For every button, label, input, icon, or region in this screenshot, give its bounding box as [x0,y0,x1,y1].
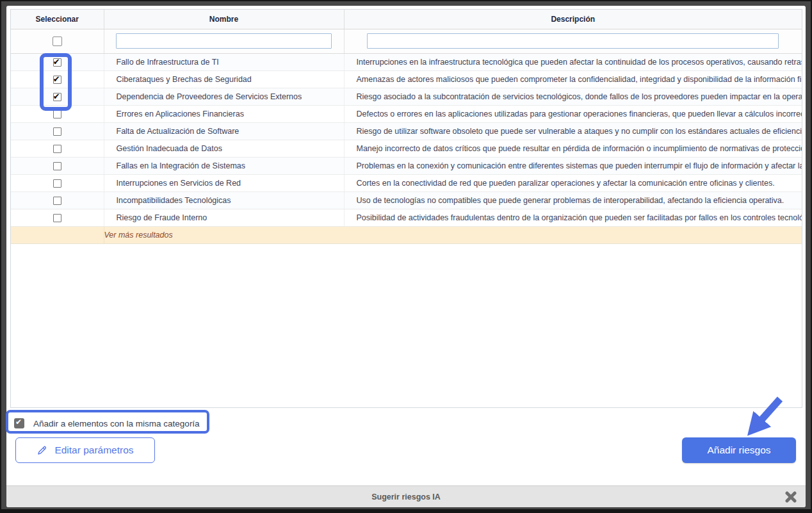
risk-name: Ciberataques y Brechas de Seguridad [104,70,344,88]
risk-name: Errores en Aplicaciones Financieras [104,105,344,122]
table-row[interactable]: Ciberataques y Brechas de Seguridad Amen… [11,70,802,88]
add-risks-button[interactable]: Añadir riesgos [682,437,796,463]
risk-description: Manejo incorrecto de datos críticos que … [344,140,802,157]
row-checkbox[interactable] [53,93,61,101]
row-checkbox[interactable] [53,58,61,67]
risk-description: Posibilidad de actividades fraudulentas … [344,209,802,226]
dialog-content: Seleccionar Nombre Descripción Fallo de … [6,6,806,507]
same-category-option[interactable]: Añadir a elementos con la misma categorí… [14,416,200,431]
table-row[interactable]: Interrupciones en Servicios de Red Corte… [11,174,802,191]
table-header-row: Seleccionar Nombre Descripción [11,10,802,29]
table-row[interactable]: Incompatibilidades Tecnológicas Uso de t… [11,191,802,209]
risk-description: Uso de tecnologías no compatibles que pu… [344,191,802,209]
same-category-label: Añadir a elementos con la misma categorí… [33,419,200,428]
risk-name: Gestión Inadecuada de Datos [104,140,344,157]
row-checkbox[interactable] [53,145,61,153]
table-row[interactable]: Dependencia de Proveedores de Servicios … [11,88,802,105]
risks-table: Seleccionar Nombre Descripción Fallo de … [11,10,802,244]
row-checkbox[interactable] [53,179,61,188]
table-row[interactable]: Riesgo de Fraude Interno Posibilidad de … [11,209,802,226]
risk-description: Interrupciones en la infraestructura tec… [344,53,802,70]
more-results-link[interactable]: Ver más resultados [104,226,344,243]
row-checkbox[interactable] [53,76,61,84]
column-header-select: Seleccionar [11,10,104,29]
risk-description: Amenazas de actores maliciosos que puede… [344,70,802,88]
risk-name: Fallo de Infraestructura de TI [104,53,344,70]
description-filter-input[interactable] [367,33,779,49]
risk-description: Defectos o errores en las aplicaciones u… [344,105,802,122]
row-checkbox[interactable] [53,197,61,205]
table-row[interactable]: Errores en Aplicaciones Financieras Defe… [11,105,802,122]
table-row[interactable]: Fallo de Infraestructura de TI Interrupc… [11,53,802,70]
table-body: Fallo de Infraestructura de TI Interrupc… [11,53,802,226]
risk-name: Incompatibilidades Tecnológicas [104,191,344,209]
risks-table-container: Seleccionar Nombre Descripción Fallo de … [10,9,802,408]
dialog-footer-bar: Sugerir riesgos IA [6,485,806,507]
name-filter-input[interactable] [116,33,332,49]
risk-description: Riesgo asociado a la subcontratación de … [344,88,802,105]
table-row[interactable]: Fallas en la Integración de Sistemas Pro… [11,157,802,174]
row-checkbox[interactable] [53,127,61,136]
table-row[interactable]: Falta de Actualización de Software Riesg… [11,122,802,140]
close-icon[interactable] [784,491,797,503]
column-header-name: Nombre [104,10,344,29]
same-category-checkbox[interactable] [14,418,24,428]
edit-parameters-button[interactable]: Editar parámetros [15,437,155,463]
more-results-row[interactable]: Ver más resultados [11,226,802,243]
table-row[interactable]: Gestión Inadecuada de Datos Manejo incor… [11,140,802,157]
risk-name: Interrupciones en Servicios de Red [104,174,344,191]
window-frame: Seleccionar Nombre Descripción Fallo de … [1,1,811,509]
pencil-icon [37,444,48,456]
edit-parameters-label: Editar parámetros [54,444,133,456]
column-header-description: Descripción [344,10,802,29]
risk-name: Falta de Actualización de Software [104,122,344,140]
risk-description: Cortes en la conectividad de red que pue… [344,174,802,191]
row-checkbox[interactable] [53,162,61,170]
risk-name: Fallas en la Integración de Sistemas [104,157,344,174]
select-all-checkbox[interactable] [53,37,62,46]
risk-description: Riesgo de utilizar software obsoleto que… [344,122,802,140]
risk-description: Problemas en la conexión y comunicación … [344,157,802,174]
row-checkbox[interactable] [53,110,61,118]
risk-name: Dependencia de Proveedores de Servicios … [104,88,344,105]
risk-name: Riesgo de Fraude Interno [104,209,344,226]
dialog-title: Sugerir riesgos IA [371,493,441,501]
filter-row [11,29,802,53]
row-checkbox[interactable] [53,214,61,222]
